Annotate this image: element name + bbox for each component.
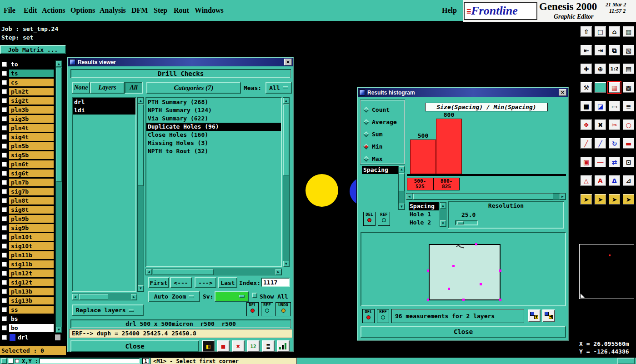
scroll-right-icon[interactable]: ▶: [131, 294, 137, 300]
param-scrollbar[interactable]: ▲ ▼: [440, 202, 446, 227]
layer-checkbox[interactable]: [2, 189, 7, 194]
filter-none-button[interactable]: None: [72, 82, 90, 94]
layer-checkbox[interactable]: [2, 262, 7, 267]
menu-help[interactable]: Help: [442, 6, 457, 15]
next-button[interactable]: --->: [195, 277, 216, 288]
tool-red-grid-button[interactable]: ▦: [608, 82, 621, 93]
category-item-selected[interactable]: Duplicate Holes (96): [146, 123, 281, 131]
status-toggle-2[interactable]: [8, 358, 14, 364]
layer-chip[interactable]: pln12t: [9, 269, 54, 277]
tool-angle-button[interactable]: ⊿: [622, 175, 635, 186]
histogram-close-button[interactable]: Close: [361, 326, 566, 338]
units-button[interactable]: [617, 358, 635, 364]
tool-scale-button[interactable]: 1:2: [608, 63, 621, 75]
layer-chip[interactable]: pln10t: [9, 233, 54, 241]
layer-color-swatch[interactable]: [9, 334, 16, 341]
undo-button[interactable]: UNDO: [275, 302, 291, 316]
tool-blank-button[interactable]: [594, 82, 606, 93]
layer-chip[interactable]: bo: [9, 324, 54, 332]
scroll-up-icon[interactable]: ▲: [399, 166, 405, 172]
category-item[interactable]: PTH Summary (268): [146, 98, 281, 106]
filter-all-button[interactable]: All: [125, 82, 143, 94]
tool-cross-button[interactable]: ✚: [580, 63, 592, 75]
scroll-thumb[interactable]: [283, 105, 289, 175]
scroll-down-icon[interactable]: ▼: [283, 261, 289, 267]
tool-pan-up-button[interactable]: ⇧: [580, 26, 592, 37]
close-icon[interactable]: ✕: [559, 89, 566, 96]
result-preview-panel[interactable]: [361, 232, 566, 306]
scroll-thumb[interactable]: [153, 269, 214, 275]
tool-triangle-button[interactable]: △: [580, 175, 592, 186]
layer-chip[interactable]: sig10t: [9, 242, 54, 250]
prev-button[interactable]: <---: [170, 277, 192, 288]
layer-checkbox[interactable]: [2, 162, 7, 167]
category-item[interactable]: NPTH to Rout (32): [146, 147, 281, 155]
category-item[interactable]: Missing Holes (3): [146, 139, 281, 147]
scroll-right-icon[interactable]: ▶: [275, 269, 281, 275]
layer-chip[interactable]: to: [9, 60, 54, 68]
scroll-up-icon[interactable]: ▲: [440, 203, 446, 209]
auto-zoom-dropdown[interactable]: Auto Zoom: [148, 291, 200, 302]
menu-edit[interactable]: Edit: [24, 6, 37, 15]
zoom-to-results-icon-button[interactable]: ▼: [528, 309, 541, 322]
layer-checkbox[interactable]: [2, 107, 7, 112]
tool-overlap-button[interactable]: ⧉: [608, 45, 621, 56]
tool-circle-button[interactable]: ○: [622, 119, 635, 130]
viewer-close-button[interactable]: Close: [70, 340, 199, 352]
param-spacing[interactable]: Spacing: [409, 202, 439, 210]
tool-rows-button[interactable]: ▤: [622, 63, 635, 75]
stat-sum[interactable]: Sum: [364, 128, 404, 140]
layer-checkbox[interactable]: [2, 98, 7, 103]
stat-average[interactable]: Average: [364, 116, 404, 128]
tool-corner-button[interactable]: ◪: [594, 100, 606, 112]
tool-dock-right-button[interactable]: ⇥: [594, 45, 606, 56]
scroll-left-icon[interactable]: ◀: [146, 269, 152, 275]
chart-hscrollbar[interactable]: ◀ ▶: [406, 193, 566, 200]
layer-chip[interactable]: sig4t: [9, 133, 54, 141]
del-button[interactable]: DEL: [246, 302, 259, 316]
scroll-down-icon[interactable]: ▼: [399, 204, 405, 209]
scroll-down-icon[interactable]: ▼: [138, 285, 144, 291]
scroll-up-icon[interactable]: ▲: [283, 98, 289, 104]
scroll-thumb[interactable]: [413, 194, 553, 199]
layer-checkbox[interactable]: [2, 289, 7, 294]
slider-thumb[interactable]: [457, 221, 464, 224]
del-button[interactable]: DEL: [363, 212, 376, 226]
tool-tools-button[interactable]: ⚒: [580, 82, 592, 93]
layer-chip[interactable]: pln13b: [9, 288, 54, 295]
stat-max[interactable]: Max: [364, 153, 404, 165]
menu-analysis[interactable]: Analysis: [100, 6, 126, 15]
layer-checkbox[interactable]: [2, 216, 7, 221]
tool-cut-button[interactable]: ✂: [608, 119, 621, 130]
layer-checkbox[interactable]: [2, 135, 7, 140]
layer-chip[interactable]: sig6t: [9, 170, 54, 177]
tool-swap-button[interactable]: ⇄: [608, 156, 621, 168]
marker-icon-button[interactable]: ■: [217, 340, 230, 352]
menu-dfm[interactable]: DFM: [131, 6, 148, 15]
show-all-checkbox[interactable]: [252, 293, 257, 298]
layer-chip[interactable]: sig7b: [9, 188, 54, 195]
tool-red-line-button[interactable]: ╱: [580, 138, 592, 149]
layer-checkbox[interactable]: [2, 280, 7, 285]
tool-rotate-button[interactable]: ↻: [608, 138, 621, 149]
layer-checkbox[interactable]: [2, 316, 7, 321]
categories-header-button[interactable]: Categories (7): [146, 82, 241, 94]
layer-chip[interactable]: sig2t: [9, 97, 54, 105]
meas-dropdown[interactable]: All: [265, 82, 292, 94]
layer-chip[interactable]: pln9b: [9, 215, 54, 223]
layer-checkbox[interactable]: [2, 62, 7, 67]
layer-chip[interactable]: pln11b: [9, 251, 54, 259]
layer-chip[interactable]: pln6t: [9, 160, 54, 168]
layer-checkbox[interactable]: [2, 125, 7, 130]
layer-chip[interactable]: pln3b: [9, 106, 54, 114]
tool-text-button[interactable]: A: [594, 175, 606, 186]
last-button[interactable]: Last: [218, 277, 237, 288]
ref-button[interactable]: REF: [261, 302, 273, 316]
layer-chip[interactable]: ss: [9, 306, 54, 314]
tool-features-button[interactable]: ❖: [580, 119, 592, 130]
status-toggle-1[interactable]: [1, 358, 7, 364]
layer-chip[interactable]: sig9b: [9, 224, 54, 232]
resolution-slider[interactable]: [455, 220, 478, 225]
menu-step[interactable]: Step: [154, 6, 167, 15]
param-hole2[interactable]: Hole 2: [409, 219, 439, 227]
